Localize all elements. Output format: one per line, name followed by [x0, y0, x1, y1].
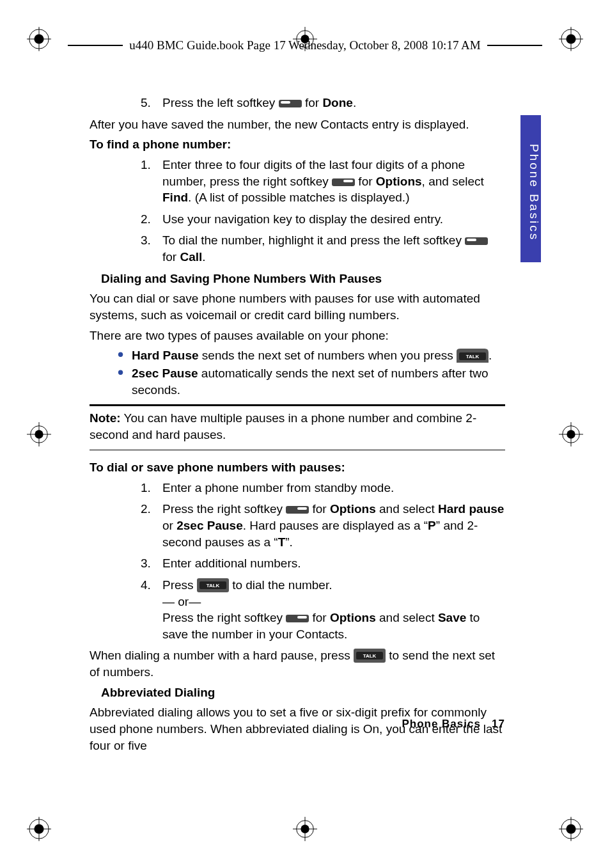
- list-item: 3.Enter additional numbers.: [141, 555, 505, 572]
- page-header-text: u440 BMC Guide.book Page 17 Wednesday, O…: [123, 38, 487, 52]
- svg-rect-37: [467, 239, 476, 241]
- list-item: 5. Press the left softkey for Done.: [141, 95, 505, 111]
- list-number: 2.: [141, 211, 162, 228]
- paragraph: You can dial or save phone numbers with …: [90, 290, 505, 323]
- section-tab: Phone Basics: [520, 115, 541, 262]
- bullet-icon: •: [118, 365, 132, 398]
- list-number: 3.: [141, 232, 162, 265]
- list-item: 1. Enter three to four digits of the las…: [141, 157, 505, 206]
- list-number: 4.: [141, 577, 162, 643]
- crop-mark-icon: [27, 817, 51, 841]
- crop-mark-icon: [559, 422, 583, 446]
- footer-page-number: 17: [492, 718, 505, 730]
- subheading: To dial or save phone numbers with pause…: [90, 459, 505, 476]
- horizontal-rule: [90, 404, 505, 406]
- page-footer: Phone Basics 17: [90, 718, 505, 730]
- bullet-icon: •: [118, 347, 132, 364]
- crop-mark-icon: [559, 27, 583, 51]
- svg-rect-41: [297, 507, 307, 510]
- talk-key-icon: TALK: [354, 649, 386, 663]
- list-item: • Hard Pause sends the next set of numbe…: [118, 347, 505, 364]
- right-softkey-icon: [286, 503, 309, 515]
- crop-mark-icon: [27, 422, 51, 446]
- page-header-line: u440 BMC Guide.book Page 17 Wednesday, O…: [68, 33, 542, 58]
- list-item: 3. To dial the number, highlight it and …: [141, 232, 505, 265]
- list-item: 1.Enter a phone number from standby mode…: [141, 480, 505, 496]
- svg-rect-35: [343, 180, 353, 182]
- horizontal-rule: [90, 450, 505, 451]
- svg-text:TALK: TALK: [466, 354, 480, 359]
- right-softkey-icon: [332, 176, 355, 187]
- svg-text:TALK: TALK: [206, 583, 219, 588]
- list-item: 2. Use your navigation key to display th…: [141, 211, 505, 228]
- svg-rect-46: [297, 616, 307, 619]
- svg-text:TALK: TALK: [363, 653, 377, 659]
- left-softkey-icon: [279, 97, 302, 109]
- list-number: 1.: [141, 157, 162, 206]
- footer-section: Phone Basics: [402, 718, 481, 730]
- paragraph: After you have saved the number, the new…: [90, 116, 505, 133]
- list-item: 2.Press the right softkey for Options an…: [141, 501, 505, 550]
- section-heading: Abbreviated Dialing: [101, 684, 505, 701]
- svg-rect-33: [281, 101, 290, 104]
- talk-key-icon: TALK: [457, 349, 489, 363]
- note-paragraph: Note: You can have multiple pauses in a …: [90, 410, 505, 443]
- crop-mark-icon: [27, 27, 51, 51]
- list-item: 4.Press TALK to dial the number.— or—Pre…: [141, 577, 505, 643]
- paragraph: There are two types of pauses available …: [90, 327, 505, 344]
- talk-key-icon: TALK: [197, 578, 229, 592]
- list-number: 5.: [141, 95, 162, 111]
- left-softkey-icon: [465, 235, 488, 246]
- subheading: To find a phone number:: [90, 136, 505, 153]
- paragraph: When dialing a number with a hard pause,…: [90, 647, 505, 680]
- list-number: 1.: [141, 480, 162, 496]
- page-content: 5. Press the left softkey for Done. Afte…: [90, 95, 505, 757]
- crop-mark-icon: [559, 817, 583, 841]
- list-number: 3.: [141, 555, 162, 572]
- list-number: 2.: [141, 501, 162, 550]
- section-heading: Dialing and Saving Phone Numbers With Pa…: [101, 271, 505, 287]
- crop-mark-icon: [293, 817, 317, 841]
- list-item: • 2sec Pause automatically sends the nex…: [118, 365, 505, 398]
- right-softkey-icon: [286, 612, 309, 624]
